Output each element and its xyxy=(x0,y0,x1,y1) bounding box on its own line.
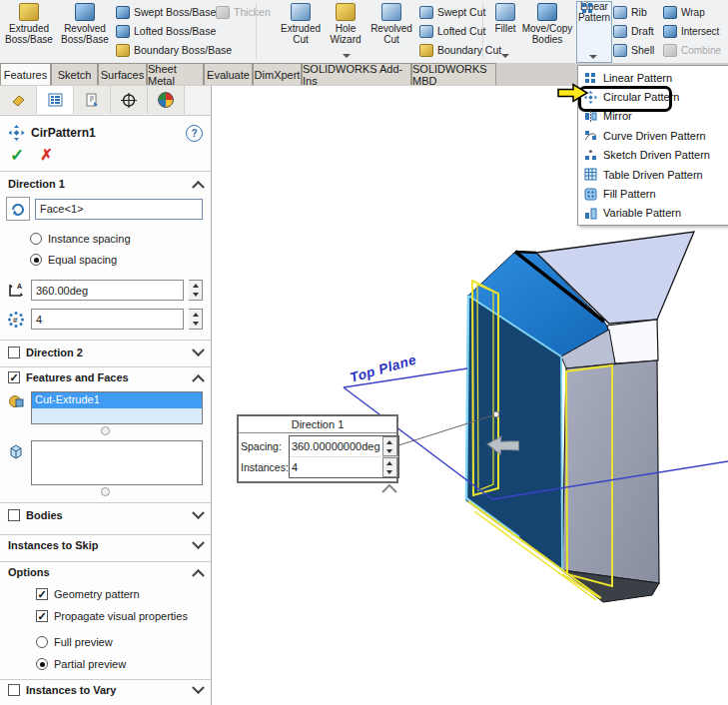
count-spinner[interactable] xyxy=(189,309,203,330)
expand-chevron-icon[interactable] xyxy=(192,506,205,519)
lofted-boss-base-button[interactable]: Lofted Boss/Base xyxy=(116,22,216,40)
features-listbox[interactable]: Cut-Extrude1 xyxy=(31,391,203,424)
menu-item-sketch-driven-pattern[interactable]: Sketch Driven Pattern xyxy=(578,146,728,165)
boundary-boss-base-button[interactable]: Boundary Boss/Base xyxy=(116,41,232,59)
tab-displaymanager[interactable] xyxy=(148,86,185,114)
radio-icon[interactable] xyxy=(36,636,48,648)
instances-spinner[interactable] xyxy=(382,457,397,477)
tab-solidworks-add-ins[interactable]: SOLIDWORKS Add-Ins xyxy=(302,63,411,85)
spacing-spinner[interactable] xyxy=(382,436,397,456)
menu-item-curve-driven-pattern[interactable]: Curve Driven Pattern xyxy=(578,126,728,145)
front-right-face[interactable] xyxy=(562,360,659,583)
expand-chevron-icon[interactable] xyxy=(192,344,205,356)
model-edge xyxy=(515,252,536,253)
extruded-cut-button[interactable]: Extruded Cut xyxy=(277,3,325,46)
extruded-cut-icon xyxy=(291,3,311,21)
right-chamfer-face[interactable] xyxy=(607,320,658,363)
section-instances-to-vary[interactable]: Instances to Vary xyxy=(0,680,211,700)
linear-pattern-caret-icon[interactable] xyxy=(589,55,597,59)
section-options[interactable]: Options xyxy=(0,562,211,582)
tab-featuremanager-tree[interactable] xyxy=(0,86,37,114)
revolved-boss-icon xyxy=(75,3,95,21)
shell-button[interactable]: Shell xyxy=(613,41,654,59)
revolved-cut-button[interactable]: Revolved Cut xyxy=(367,3,415,46)
tab-dimxpertmanager[interactable] xyxy=(111,86,148,114)
checkbox-icon[interactable] xyxy=(8,509,20,521)
rib-button[interactable]: Rib xyxy=(613,3,647,21)
tab-solidworks-mbd[interactable]: SOLIDWORKS MBD xyxy=(411,63,496,85)
wrap-button[interactable]: Wrap xyxy=(663,3,705,21)
swept-boss-base-button[interactable]: Swept Boss/Base xyxy=(116,3,216,21)
boundary-cut-button[interactable]: Boundary Cut xyxy=(419,41,501,59)
angle-field[interactable]: 360.00deg xyxy=(31,280,184,301)
tab-label: Evaluate xyxy=(207,69,250,81)
checkbox-icon[interactable] xyxy=(8,684,20,696)
section-instances-to-skip[interactable]: Instances to Skip xyxy=(0,535,211,555)
tab-sheet-metal[interactable]: Sheet Metal xyxy=(147,63,204,85)
section-features-and-faces[interactable]: ✓ Features and Faces xyxy=(0,367,211,387)
checkbox-checked-icon[interactable]: ✓ xyxy=(8,371,20,383)
instance-spacing-option[interactable]: Instance spacing xyxy=(30,231,211,247)
hole-wizard-caret-icon[interactable] xyxy=(343,54,351,58)
tab-evaluate[interactable]: Evaluate xyxy=(204,63,253,85)
menu-item-variable-pattern[interactable]: Variable Pattern xyxy=(578,204,728,223)
radio-label: Equal spacing xyxy=(48,254,117,266)
tab-features[interactable]: Features xyxy=(0,63,51,85)
checkbox-icon[interactable] xyxy=(8,347,20,358)
section-direction2[interactable]: Direction 2 xyxy=(0,343,211,362)
tab-propertymanager[interactable] xyxy=(37,86,74,114)
radio-selected-icon[interactable] xyxy=(36,658,48,670)
full-preview-option[interactable]: Full preview xyxy=(36,634,211,650)
radio-label: Instance spacing xyxy=(48,233,131,245)
menu-item-mirror[interactable]: Mirror xyxy=(578,107,728,126)
geometry-pattern-option[interactable]: ✓ Geometry pattern xyxy=(36,586,211,602)
equal-spacing-option[interactable]: Equal spacing xyxy=(30,252,211,268)
callout-collapse-chevron-icon[interactable] xyxy=(379,482,399,494)
draft-button[interactable]: Draft xyxy=(613,22,654,40)
tab-dimxpert[interactable]: DimXpert xyxy=(253,63,302,85)
tab-surfaces[interactable]: Surfaces xyxy=(98,63,147,85)
ok-button[interactable]: ✓ xyxy=(10,145,24,166)
expand-chevron-icon[interactable] xyxy=(192,536,205,549)
faces-listbox[interactable] xyxy=(31,440,203,485)
partial-preview-option[interactable]: Partial preview xyxy=(36,656,211,672)
listbox-resize-handle[interactable] xyxy=(101,426,110,435)
swept-cut-button[interactable]: Swept Cut xyxy=(419,3,485,21)
extruded-boss-base-button[interactable]: Extruded Boss/Base xyxy=(2,3,56,46)
selected-feature-item[interactable]: Cut-Extrude1 xyxy=(32,392,202,408)
tab-configurationmanager[interactable] xyxy=(74,86,111,114)
menu-item-circular-pattern[interactable]: Circular Pattern xyxy=(578,87,728,106)
instances-field[interactable]: 4 xyxy=(290,461,382,473)
help-button[interactable]: ? xyxy=(186,125,203,142)
linear-pattern-button-open[interactable]: Linear Pattern xyxy=(576,1,612,63)
collapse-chevron-icon[interactable] xyxy=(192,373,205,386)
radio-selected-icon[interactable] xyxy=(30,254,42,266)
instance-count-field[interactable]: 4 xyxy=(31,309,184,330)
collapse-chevron-icon[interactable] xyxy=(192,180,205,193)
radio-icon[interactable] xyxy=(30,233,42,245)
lofted-cut-button[interactable]: Lofted Cut xyxy=(419,22,485,40)
checkbox-checked-icon[interactable]: ✓ xyxy=(36,610,48,622)
listbox-resize-handle[interactable] xyxy=(101,487,110,496)
angle-spinner[interactable] xyxy=(189,280,203,301)
fillet-button[interactable]: Fillet xyxy=(487,3,523,35)
checkbox-checked-icon[interactable]: ✓ xyxy=(36,588,48,600)
menu-item-table-driven-pattern[interactable]: Table Driven Pattern xyxy=(578,165,728,184)
move-copy-bodies-button[interactable]: Move/Copy Bodies xyxy=(521,3,573,46)
intersect-button[interactable]: Intersect xyxy=(663,22,719,40)
fillet-caret-icon[interactable] xyxy=(501,54,509,58)
section-direction1[interactable]: Direction 1 xyxy=(0,174,211,194)
revolved-boss-base-button[interactable]: Revolved Boss/Base xyxy=(58,3,112,46)
pattern-axis-field[interactable]: Face<1> xyxy=(35,199,203,220)
collapse-chevron-icon[interactable] xyxy=(192,568,205,581)
section-bodies[interactable]: Bodies xyxy=(0,505,211,525)
spacing-field[interactable]: 360.00000000deg xyxy=(290,440,382,452)
tab-sketch[interactable]: Sketch xyxy=(51,63,98,85)
top-plane-label[interactable]: Top Plane xyxy=(349,352,418,385)
expand-chevron-icon[interactable] xyxy=(192,681,205,694)
menu-item-fill-pattern[interactable]: Fill Pattern xyxy=(578,184,728,203)
menu-item-linear-pattern[interactable]: Linear Pattern xyxy=(578,68,728,87)
propagate-visual-properties-option[interactable]: ✓ Propagate visual properties xyxy=(36,608,211,624)
cancel-button[interactable]: ✗ xyxy=(40,146,53,164)
hole-wizard-button[interactable]: Hole Wizard xyxy=(325,3,366,46)
